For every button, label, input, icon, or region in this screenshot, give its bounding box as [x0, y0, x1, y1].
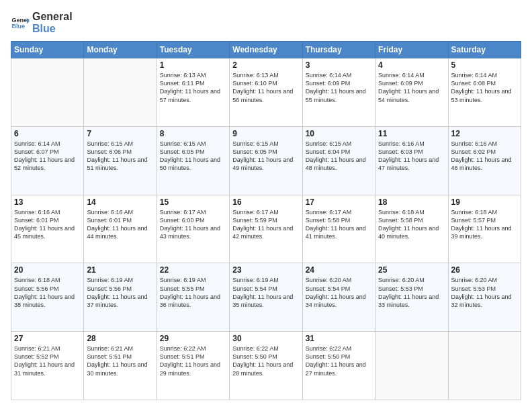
day-number: 9 — [232, 129, 299, 138]
calendar-cell: 22Sunrise: 6:19 AM Sunset: 5:55 PM Dayli… — [157, 263, 229, 332]
calendar-cell: 14Sunrise: 6:16 AM Sunset: 6:01 PM Dayli… — [84, 195, 157, 263]
weekday-header-tuesday: Tuesday — [157, 42, 229, 58]
weekday-header-saturday: Saturday — [448, 42, 521, 58]
cell-info: Sunrise: 6:14 AM Sunset: 6:09 PM Dayligh… — [378, 71, 445, 104]
day-number: 5 — [451, 60, 518, 70]
day-number: 28 — [87, 334, 153, 343]
day-number: 30 — [232, 334, 299, 343]
calendar-cell: 19Sunrise: 6:18 AM Sunset: 5:57 PM Dayli… — [448, 195, 521, 263]
cell-info: Sunrise: 6:21 AM Sunset: 5:51 PM Dayligh… — [87, 345, 153, 377]
day-number: 14 — [87, 197, 153, 207]
day-number: 16 — [232, 197, 299, 207]
calendar-cell — [84, 58, 157, 127]
day-number: 1 — [160, 60, 226, 70]
day-number: 20 — [14, 265, 81, 275]
svg-text:Blue: Blue — [11, 22, 25, 29]
calendar-cell: 21Sunrise: 6:19 AM Sunset: 5:56 PM Dayli… — [84, 263, 157, 332]
logo-icon: General Blue — [11, 13, 30, 32]
cell-info: Sunrise: 6:18 AM Sunset: 5:57 PM Dayligh… — [451, 208, 518, 241]
day-number: 23 — [232, 265, 299, 275]
calendar-cell: 20Sunrise: 6:18 AM Sunset: 5:56 PM Dayli… — [11, 263, 84, 332]
day-number: 31 — [306, 334, 372, 343]
calendar-cell: 17Sunrise: 6:17 AM Sunset: 5:58 PM Dayli… — [302, 195, 375, 263]
weekday-header-wednesday: Wednesday — [230, 42, 302, 58]
calendar-cell: 3Sunrise: 6:14 AM Sunset: 6:09 PM Daylig… — [302, 58, 375, 127]
header: General Blue General Blue — [11, 11, 521, 34]
calendar-cell: 6Sunrise: 6:14 AM Sunset: 6:07 PM Daylig… — [11, 126, 84, 195]
cell-info: Sunrise: 6:15 AM Sunset: 6:05 PM Dayligh… — [232, 140, 299, 173]
cell-info: Sunrise: 6:13 AM Sunset: 6:11 PM Dayligh… — [160, 71, 226, 104]
calendar-cell: 15Sunrise: 6:17 AM Sunset: 6:00 PM Dayli… — [157, 195, 229, 263]
calendar-cell: 2Sunrise: 6:13 AM Sunset: 6:10 PM Daylig… — [230, 58, 302, 127]
cell-info: Sunrise: 6:17 AM Sunset: 6:00 PM Dayligh… — [160, 208, 226, 241]
calendar-cell: 9Sunrise: 6:15 AM Sunset: 6:05 PM Daylig… — [230, 126, 302, 195]
calendar-cell: 7Sunrise: 6:15 AM Sunset: 6:06 PM Daylig… — [84, 126, 157, 195]
cell-info: Sunrise: 6:14 AM Sunset: 6:08 PM Dayligh… — [451, 71, 518, 104]
week-row-1: 1Sunrise: 6:13 AM Sunset: 6:11 PM Daylig… — [11, 58, 521, 127]
cell-info: Sunrise: 6:18 AM Sunset: 5:56 PM Dayligh… — [14, 276, 81, 309]
cell-info: Sunrise: 6:19 AM Sunset: 5:54 PM Dayligh… — [232, 276, 299, 309]
logo: General Blue General Blue — [11, 11, 73, 34]
calendar-cell: 1Sunrise: 6:13 AM Sunset: 6:11 PM Daylig… — [157, 58, 229, 127]
cell-info: Sunrise: 6:19 AM Sunset: 5:56 PM Dayligh… — [87, 276, 153, 309]
day-number: 3 — [306, 60, 372, 70]
calendar-cell: 28Sunrise: 6:21 AM Sunset: 5:51 PM Dayli… — [84, 332, 157, 400]
calendar-cell: 11Sunrise: 6:16 AM Sunset: 6:03 PM Dayli… — [375, 126, 448, 195]
day-number: 26 — [451, 265, 518, 275]
cell-info: Sunrise: 6:14 AM Sunset: 6:07 PM Dayligh… — [14, 140, 81, 173]
cell-info: Sunrise: 6:17 AM Sunset: 5:59 PM Dayligh… — [232, 208, 299, 241]
calendar-cell: 16Sunrise: 6:17 AM Sunset: 5:59 PM Dayli… — [230, 195, 302, 263]
day-number: 7 — [87, 129, 153, 138]
calendar-cell: 8Sunrise: 6:15 AM Sunset: 6:05 PM Daylig… — [157, 126, 229, 195]
day-number: 18 — [378, 197, 445, 207]
cell-info: Sunrise: 6:15 AM Sunset: 6:06 PM Dayligh… — [87, 140, 153, 173]
day-number: 22 — [160, 265, 226, 275]
day-number: 17 — [306, 197, 372, 207]
cell-info: Sunrise: 6:15 AM Sunset: 6:05 PM Dayligh… — [160, 140, 226, 173]
day-number: 12 — [451, 129, 518, 138]
calendar-cell: 29Sunrise: 6:22 AM Sunset: 5:51 PM Dayli… — [157, 332, 229, 400]
cell-info: Sunrise: 6:16 AM Sunset: 6:01 PM Dayligh… — [14, 208, 81, 241]
day-number: 29 — [160, 334, 226, 343]
calendar-cell: 4Sunrise: 6:14 AM Sunset: 6:09 PM Daylig… — [375, 58, 448, 127]
day-number: 25 — [378, 265, 445, 275]
calendar-cell: 30Sunrise: 6:22 AM Sunset: 5:50 PM Dayli… — [230, 332, 302, 400]
day-number: 2 — [232, 60, 299, 70]
cell-info: Sunrise: 6:20 AM Sunset: 5:53 PM Dayligh… — [378, 276, 445, 309]
day-number: 27 — [14, 334, 81, 343]
calendar-cell: 5Sunrise: 6:14 AM Sunset: 6:08 PM Daylig… — [448, 58, 521, 127]
weekday-header-thursday: Thursday — [302, 42, 375, 58]
cell-info: Sunrise: 6:21 AM Sunset: 5:52 PM Dayligh… — [14, 345, 81, 377]
cell-info: Sunrise: 6:16 AM Sunset: 6:02 PM Dayligh… — [451, 140, 518, 173]
day-number: 19 — [451, 197, 518, 207]
weekday-header-monday: Monday — [84, 42, 157, 58]
week-row-3: 13Sunrise: 6:16 AM Sunset: 6:01 PM Dayli… — [11, 195, 521, 263]
cell-info: Sunrise: 6:22 AM Sunset: 5:50 PM Dayligh… — [232, 345, 299, 377]
cell-info: Sunrise: 6:13 AM Sunset: 6:10 PM Dayligh… — [232, 71, 299, 104]
cell-info: Sunrise: 6:18 AM Sunset: 5:58 PM Dayligh… — [378, 208, 445, 241]
weekday-header-friday: Friday — [375, 42, 448, 58]
day-number: 13 — [14, 197, 81, 207]
week-row-5: 27Sunrise: 6:21 AM Sunset: 5:52 PM Dayli… — [11, 332, 521, 400]
cell-info: Sunrise: 6:22 AM Sunset: 5:50 PM Dayligh… — [306, 345, 372, 377]
cell-info: Sunrise: 6:16 AM Sunset: 6:03 PM Dayligh… — [378, 140, 445, 173]
cell-info: Sunrise: 6:16 AM Sunset: 6:01 PM Dayligh… — [87, 208, 153, 241]
cell-info: Sunrise: 6:22 AM Sunset: 5:51 PM Dayligh… — [160, 345, 226, 377]
day-number: 15 — [160, 197, 226, 207]
calendar-table: SundayMondayTuesdayWednesdayThursdayFrid… — [11, 41, 521, 400]
calendar-cell: 23Sunrise: 6:19 AM Sunset: 5:54 PM Dayli… — [230, 263, 302, 332]
cell-info: Sunrise: 6:15 AM Sunset: 6:04 PM Dayligh… — [306, 140, 372, 173]
weekday-header-row: SundayMondayTuesdayWednesdayThursdayFrid… — [11, 42, 521, 58]
day-number: 24 — [306, 265, 372, 275]
calendar-cell: 10Sunrise: 6:15 AM Sunset: 6:04 PM Dayli… — [302, 126, 375, 195]
calendar-cell — [448, 332, 521, 400]
page: General Blue General Blue SundayMondayTu… — [0, 0, 532, 411]
day-number: 21 — [87, 265, 153, 275]
calendar-cell: 26Sunrise: 6:20 AM Sunset: 5:53 PM Dayli… — [448, 263, 521, 332]
cell-info: Sunrise: 6:20 AM Sunset: 5:53 PM Dayligh… — [451, 276, 518, 309]
week-row-2: 6Sunrise: 6:14 AM Sunset: 6:07 PM Daylig… — [11, 126, 521, 195]
day-number: 11 — [378, 129, 445, 138]
cell-info: Sunrise: 6:19 AM Sunset: 5:55 PM Dayligh… — [160, 276, 226, 309]
logo-blue: Blue — [32, 23, 73, 35]
calendar-cell — [375, 332, 448, 400]
